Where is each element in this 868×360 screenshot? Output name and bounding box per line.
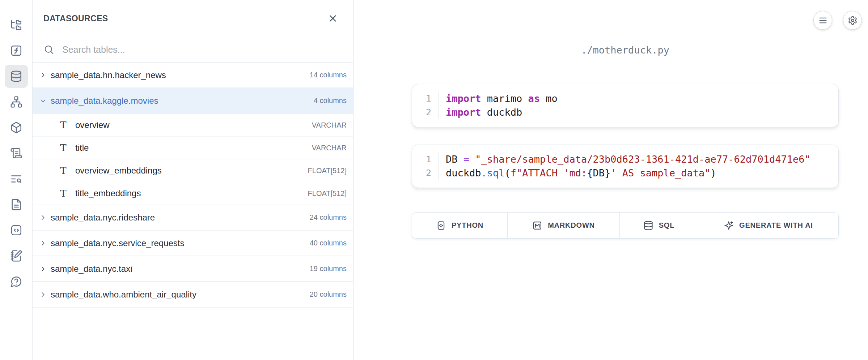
code-line: 2import duckdb [412,106,830,119]
text-type-icon: T [58,142,69,153]
graph-icon [10,96,22,108]
folder-tree-icon [10,19,22,31]
table-name: sample_data.nyc.rideshare [51,213,155,223]
sidebar-item-scratchpad[interactable] [5,244,28,267]
sidebar-item-tracebacks[interactable] [5,167,28,190]
gear-icon [848,16,858,25]
column-count: 24 columns [310,213,347,222]
code-cell[interactable]: 1import marimo as mo2import duckdb [412,84,839,127]
sidebar-item-variables[interactable] [5,39,28,62]
list-search-icon [10,173,22,185]
add-cell-button-label: MARKDOWN [548,221,595,230]
column-type: VARCHAR [312,144,347,152]
code-line: 2duckdb.sql(f"ATTACH 'md:{DB}' AS sample… [412,166,830,180]
table-row[interactable]: sample_data.hn.hacker_news14 columns [33,63,353,88]
database-icon [643,220,653,231]
table-search-bar [33,37,353,63]
table-row[interactable]: sample_data.nyc.service_requests40 colum… [33,231,353,256]
code-text: duckdb.sql(f"ATTACH 'md:{DB}' AS sample_… [439,166,716,180]
column-count: 4 columns [314,97,347,105]
notebook-main: ./motherduck.py 1import marimo as mo2imp… [353,0,868,360]
text-type-icon: T [58,120,69,130]
code-text: import duckdb [439,106,522,119]
table-name: sample_data.kaggle.movies [51,96,158,106]
function-icon [10,44,22,57]
column-name: title_embeddings [75,188,141,198]
column-row[interactable]: Ttitle_embeddingsFLOAT[512] [33,182,353,205]
column-row[interactable]: ToverviewVARCHAR [33,114,353,137]
code-icon [10,224,22,236]
column-count: 14 columns [310,71,347,79]
code-cell[interactable]: 1DB = "_share/sample_data/23b0d623-1361-… [412,145,839,188]
search-icon [43,44,54,55]
column-name: overview_embeddings [75,166,162,176]
table-name: sample_data.hn.hacker_news [51,70,166,80]
sidebar-item-dependencies[interactable] [5,90,28,113]
chevron-right-icon [37,239,49,247]
datasources-panel: DATASOURCES sample_data.hn.hacker_news14… [33,0,353,360]
column-row[interactable]: TtitleVARCHAR [33,137,353,159]
package-icon [10,121,22,134]
column-count: 20 columns [310,290,347,299]
top-actions [813,11,862,30]
add-cell-bar: PYTHONMARKDOWNSQLGENERATE WITH AI [412,212,839,239]
sparkles-icon [724,220,734,231]
add-cell-python-button[interactable]: PYTHON [412,213,508,238]
column-name: overview [75,120,110,130]
text-type-icon: T [58,165,69,176]
table-name: sample_data.nyc.service_requests [51,238,185,248]
search-input[interactable] [62,44,342,55]
notebook-pen-icon [10,250,22,262]
add-cell-markdown-button[interactable]: MARKDOWN [508,213,620,238]
table-row[interactable]: sample_data.who.ambient_air_quality20 co… [33,282,353,308]
sidebar-item-file-explorer[interactable] [5,13,28,37]
notebook-menu-button[interactable] [813,11,832,30]
sidebar-item-help[interactable] [5,270,28,293]
code-text: import marimo as mo [439,92,558,106]
help-bubble-icon [10,275,22,288]
close-panel-button[interactable] [327,13,338,24]
table-row[interactable]: sample_data.nyc.taxi19 columns [33,256,353,282]
document-icon [10,198,22,211]
sidebar-item-logs[interactable] [5,142,28,165]
add-cell-button-label: GENERATE WITH AI [739,221,813,230]
code-text: DB = "_share/sample_data/23b0d623-1361-4… [439,153,810,166]
sidebar-item-documentation[interactable] [5,193,28,216]
panel-title: DATASOURCES [43,14,108,23]
menu-icon [818,16,828,25]
add-cell-button-label: SQL [659,221,675,230]
line-number: 2 [412,166,439,180]
notebook-filename[interactable]: ./motherduck.py [412,44,839,56]
line-number: 2 [412,106,439,119]
line-number: 1 [412,153,439,166]
chevron-right-icon [37,214,49,222]
sidebar-item-datasources[interactable] [5,65,28,88]
datasources-panel-header: DATASOURCES [33,0,353,37]
add-cell-generate-with-ai-button[interactable]: GENERATE WITH AI [698,213,838,238]
column-type: FLOAT[512] [308,189,347,198]
column-row[interactable]: Toverview_embeddingsFLOAT[512] [33,159,353,182]
column-type: VARCHAR [312,121,347,129]
add-cell-button-label: PYTHON [452,221,483,230]
chevron-right-icon [37,71,49,79]
chevron-down-icon [37,97,49,105]
column-count: 40 columns [310,239,347,247]
sidebar-item-snippets[interactable] [5,219,28,242]
table-row[interactable]: sample_data.kaggle.movies4 columns [33,88,353,114]
close-icon [327,13,338,24]
table-row[interactable]: sample_data.nyc.rideshare24 columns [33,205,353,231]
column-name: title [75,143,89,153]
markdown-icon [532,220,542,231]
table-name: sample_data.who.ambient_air_quality [51,290,196,300]
table-list: sample_data.hn.hacker_news14 columnssamp… [33,63,353,360]
add-cell-sql-button[interactable]: SQL [620,213,698,238]
table-name: sample_data.nyc.taxi [51,264,132,274]
chevron-right-icon [37,291,49,299]
column-count: 19 columns [310,265,347,273]
database-icon [10,70,22,82]
sidebar-item-packages[interactable] [5,116,28,139]
column-type: FLOAT[512] [308,167,347,175]
scroll-icon [10,147,22,159]
settings-button[interactable] [843,11,862,30]
code-line: 1DB = "_share/sample_data/23b0d623-1361-… [412,153,830,166]
